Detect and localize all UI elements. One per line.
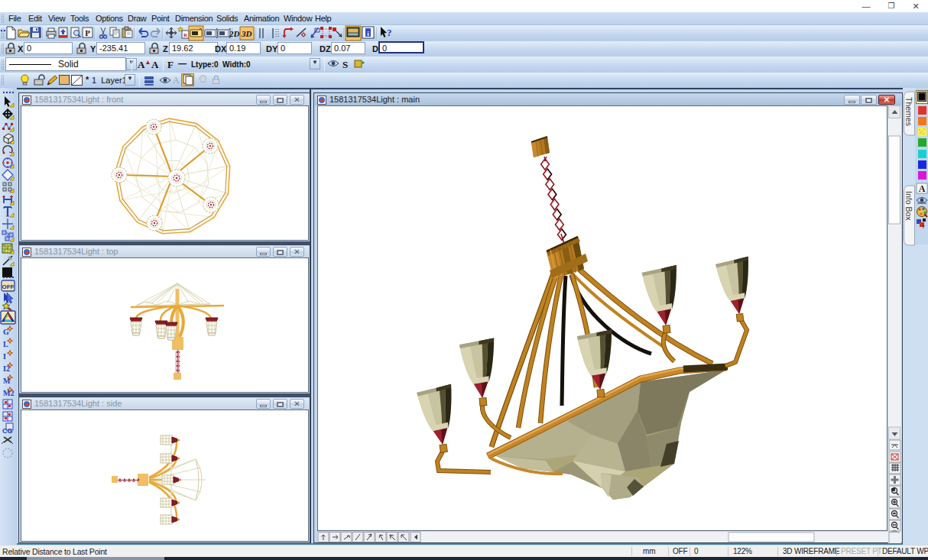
svg-text:L: L — [3, 340, 8, 348]
svg-text:OFF: OFF — [2, 283, 15, 290]
svg-text:?: ? — [387, 27, 392, 38]
svg-text:Info Box: Info Box — [904, 191, 913, 221]
svg-text:A: A — [919, 183, 926, 194]
svg-text:Themes: Themes — [904, 97, 913, 126]
svg-text:3D: 3D — [241, 29, 252, 38]
svg-text:I: I — [3, 352, 6, 361]
svg-text:CG: CG — [2, 427, 13, 435]
svg-text:T: T — [922, 225, 925, 229]
svg-text:2D: 2D — [229, 29, 240, 38]
svg-text:P: P — [85, 28, 90, 37]
